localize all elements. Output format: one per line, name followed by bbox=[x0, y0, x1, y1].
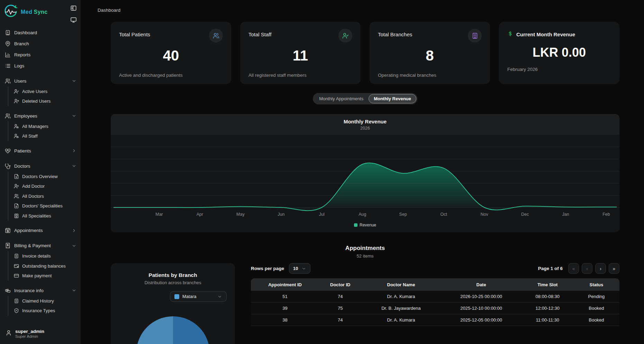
chevron-down-icon bbox=[217, 294, 222, 299]
svg-text:Sep: Sep bbox=[399, 212, 407, 217]
sidebar-item-insurance-info[interactable]: Insurance info bbox=[5, 285, 76, 296]
column-header-date[interactable]: Date bbox=[441, 282, 521, 287]
sidebar-item-patients[interactable]: Patients bbox=[5, 145, 76, 156]
sidebar-item-all-managers[interactable]: All Managers bbox=[14, 121, 76, 131]
cell-appointment-id: 39 bbox=[251, 306, 319, 311]
column-header-status[interactable]: Status bbox=[573, 282, 619, 287]
map-pin-icon bbox=[5, 41, 11, 47]
column-header-time-slot[interactable]: Time Slot bbox=[522, 282, 573, 287]
table-row[interactable]: 3975Dr. B. Jayawardena2025-12-10 00:00:0… bbox=[251, 303, 619, 314]
column-header-doctor-name[interactable]: Doctor Name bbox=[361, 282, 441, 287]
rows-per-page-select[interactable]: 10 bbox=[289, 263, 310, 274]
stat-subtitle: Operating medical branches bbox=[378, 73, 436, 78]
column-header-doctor-id[interactable]: Doctor ID bbox=[319, 282, 361, 287]
cell-doctor-name: Dr. B. Jayawardena bbox=[361, 306, 441, 311]
monitor-button[interactable] bbox=[70, 16, 77, 24]
sidebar-item-active-users[interactable]: Active Users bbox=[14, 86, 76, 96]
toggle-monthly-revenue[interactable]: Monthly Revenue bbox=[369, 94, 416, 103]
file-lines-icon bbox=[14, 253, 19, 259]
stethoscope-icon bbox=[5, 163, 11, 169]
sidebar-item-dashboard[interactable]: Dashboard bbox=[5, 27, 76, 38]
chart-subtitle: 2026 bbox=[111, 126, 619, 131]
sub-list-doctors: Doctors OverviewAdd DoctorAll DoctorsDoc… bbox=[8, 171, 76, 221]
sub-list-users: Active UsersDeleted Users bbox=[8, 86, 76, 106]
chevron-right-icon bbox=[72, 148, 76, 153]
stat-card-total-staff: Total Staff11All registered staff member… bbox=[240, 22, 361, 84]
panel-left-button[interactable] bbox=[70, 4, 77, 12]
stat-subtitle: All registered staff members bbox=[248, 73, 307, 78]
user-plus-icon bbox=[14, 184, 19, 189]
branch-select[interactable]: Matara bbox=[170, 291, 227, 302]
cell-doctor-id: 74 bbox=[319, 294, 361, 299]
stat-icon-wrap bbox=[209, 29, 223, 43]
svg-text:Mar: Mar bbox=[155, 212, 163, 217]
sidebar-item-claimed-history[interactable]: Claimed History bbox=[14, 296, 76, 306]
svg-text:Jun: Jun bbox=[278, 212, 284, 217]
stat-value: 8 bbox=[378, 47, 482, 64]
stats-row: Total Patients40Active and discharged pa… bbox=[111, 22, 619, 84]
hand-coins-icon bbox=[5, 288, 11, 294]
chart-toggle-row: Monthly AppointmentsMonthly Revenue bbox=[111, 93, 619, 104]
last-page-button[interactable]: » bbox=[609, 263, 619, 274]
receipt-icon bbox=[5, 243, 11, 249]
sidebar-item-appointments[interactable]: Appointments bbox=[5, 225, 76, 236]
sidebar-item-make-payment[interactable]: Make payment bbox=[14, 271, 76, 281]
sidebar-item-all-specialities[interactable]: All Specialities bbox=[14, 211, 76, 221]
table-row[interactable]: 5174Dr. A. Kumara2026-10-25 00:00:0008:0… bbox=[251, 291, 619, 303]
users-icon bbox=[5, 113, 11, 119]
sidebar-item-branch[interactable]: Branch bbox=[5, 38, 76, 49]
stat-card-total-patients: Total Patients40Active and discharged pa… bbox=[111, 22, 231, 84]
table-row[interactable]: 3874Dr. A. Kumara2025-12-05 00:00:0011:0… bbox=[251, 314, 619, 326]
sidebar-item-logs[interactable]: Logs bbox=[5, 60, 76, 71]
sidebar-item-doctors-specialities[interactable]: Doctors' Specialities bbox=[14, 201, 76, 211]
stat-icon-wrap bbox=[468, 29, 482, 43]
sidebar-item-employees[interactable]: Employees bbox=[5, 110, 76, 121]
file-text-icon bbox=[14, 203, 19, 208]
calendar-clock-icon bbox=[5, 227, 11, 233]
sidebar-item-doctors[interactable]: Doctors bbox=[5, 160, 76, 171]
sidebar-item-add-doctor[interactable]: Add Doctor bbox=[14, 182, 76, 192]
svg-text:Dec: Dec bbox=[521, 212, 529, 217]
first-page-button[interactable]: « bbox=[568, 263, 579, 274]
chevron-down-icon bbox=[72, 78, 76, 83]
column-header-appointment-id[interactable]: Appointment ID bbox=[251, 282, 319, 287]
stat-subtitle: Active and discharged patients bbox=[119, 73, 183, 78]
sidebar-item-reports[interactable]: Reports bbox=[5, 49, 76, 60]
stat-card-total-branches: Total Branches8Operating medical branche… bbox=[370, 22, 490, 84]
toggle-monthly-appointments[interactable]: Monthly Appointments bbox=[314, 94, 369, 103]
chevron-down-icon bbox=[72, 113, 76, 118]
branch-select-value: Matara bbox=[182, 294, 196, 299]
sidebar-item-outstanding-balances[interactable]: Outstanding balances bbox=[14, 261, 76, 271]
chart-legend: Revenue bbox=[111, 222, 619, 232]
topbar: Dashboard bbox=[81, 0, 644, 13]
list-icon bbox=[5, 63, 11, 69]
stat-value: 11 bbox=[248, 47, 352, 64]
prev-page-button[interactable]: ‹ bbox=[582, 263, 592, 274]
svg-text:Jan: Jan bbox=[562, 212, 569, 217]
app-logo: MedSync bbox=[0, 0, 81, 25]
sidebar-item-users[interactable]: Users bbox=[5, 75, 76, 86]
sidebar-item-invoice-details[interactable]: Invoice details bbox=[14, 251, 76, 261]
breadcrumb[interactable]: Dashboard bbox=[98, 8, 120, 13]
cell-date: 2025-12-05 00:00:00 bbox=[441, 317, 521, 323]
next-page-button[interactable]: › bbox=[595, 263, 606, 274]
svg-text:Aug: Aug bbox=[359, 212, 366, 217]
chevron-down-icon bbox=[72, 243, 76, 248]
branch-card-subtitle: Distribution across branches bbox=[118, 280, 228, 285]
user-profile[interactable]: super_admin Super Admin bbox=[0, 325, 81, 344]
sidebar-item-all-doctors[interactable]: All Doctors bbox=[14, 191, 76, 201]
sidebar-item-insurance-types[interactable]: Insurance Types bbox=[14, 306, 76, 316]
dashboard-content: Total Patients40Active and discharged pa… bbox=[81, 13, 644, 344]
heart-pulse-icon bbox=[5, 148, 11, 154]
sidebar-item-all-staff[interactable]: All Staff bbox=[14, 131, 76, 141]
card-x-icon bbox=[14, 263, 19, 269]
svg-text:Nov: Nov bbox=[481, 212, 489, 217]
sidebar-item-deleted-users[interactable]: Deleted Users bbox=[14, 96, 76, 106]
cell-time-slot: 12:00-12:30 bbox=[522, 306, 573, 311]
user-check-icon bbox=[342, 32, 349, 39]
credit-card-icon bbox=[14, 273, 19, 278]
sidebar-item-doctors-overview[interactable]: Doctors Overview bbox=[14, 171, 76, 182]
branch-pie-wrap bbox=[118, 316, 228, 344]
sidebar-item-billing-payment[interactable]: Billing & Payment bbox=[5, 240, 76, 251]
branch-pie-chart bbox=[136, 316, 210, 344]
